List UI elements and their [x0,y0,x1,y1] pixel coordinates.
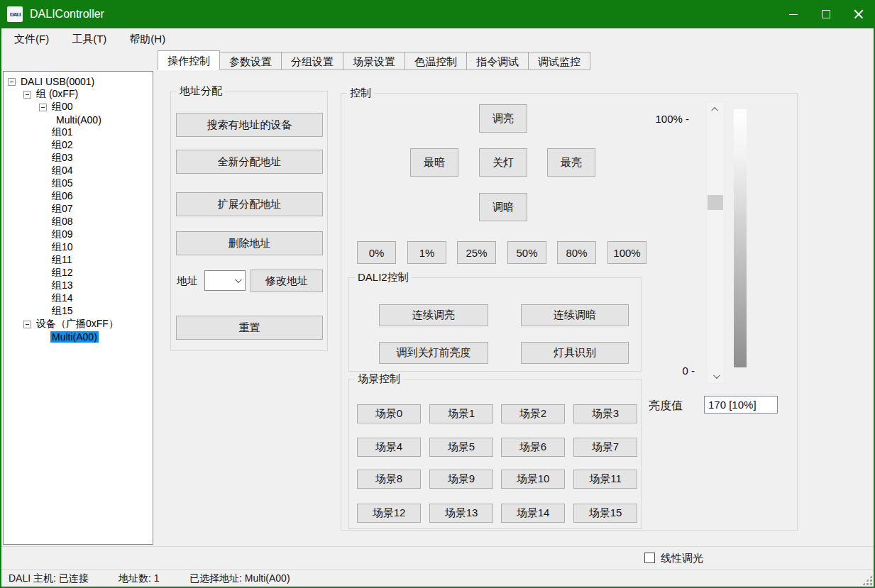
scene-2-button[interactable]: 场景2 [501,404,565,423]
scene-3-button[interactable]: 场景3 [573,404,637,423]
tree-row-multi-a00-selected[interactable]: Multi(A00) [4,331,153,343]
goto-last-level-button[interactable]: 调到关灯前亮度 [379,342,488,364]
close-button[interactable] [842,0,875,28]
scene-15-button[interactable]: 场景15 [573,504,637,523]
tab-debug-monitor[interactable]: 调试监控 [528,52,590,70]
tree-row-group03[interactable]: 组03 [4,152,153,165]
menu-help[interactable]: 帮助(H) [119,30,175,49]
tab-operation-control[interactable]: 操作控制 [158,50,220,70]
scene-14-button[interactable]: 场景14 [501,504,565,523]
collapse-icon[interactable] [23,321,31,328]
address-combobox[interactable] [204,270,246,291]
scene-7-button[interactable]: 场景7 [573,438,637,457]
tree-item-label[interactable]: 组13 [50,279,75,292]
scroll-up-button[interactable] [707,102,724,116]
percent-80-button[interactable]: 80% [557,241,596,264]
tree-row-group04[interactable]: 组04 [4,165,153,177]
scene-4-button[interactable]: 场景4 [357,438,421,457]
tree-item-label[interactable]: 设备（广播0xFF） [35,318,120,331]
tree-row-dali-usb[interactable]: DALI USB(0001) [4,75,153,88]
tree-item-label[interactable]: 组07 [50,203,75,216]
tree-item-label[interactable]: 组00 [50,101,75,113]
percent-1-button[interactable]: 1% [407,241,446,264]
scene-6-button[interactable]: 场景6 [501,438,565,457]
brightness-value-field[interactable]: 170 [10%] [704,396,778,414]
collapse-icon[interactable] [8,78,16,86]
min-brightness-button[interactable]: 最暗 [410,148,458,177]
tree-item-label[interactable]: 组08 [50,216,75,228]
linear-dimming-checkbox[interactable] [644,553,655,563]
tree-item-label-selected[interactable]: Multi(A00) [50,331,99,343]
tree-item-label[interactable]: 组02 [50,139,75,152]
collapse-icon[interactable] [39,104,47,111]
percent-50-button[interactable]: 50% [507,241,546,264]
menu-tools[interactable]: 工具(T) [62,30,116,49]
tree-row-group01[interactable]: 组01 [4,126,153,139]
scene-11-button[interactable]: 场景11 [573,470,637,489]
tree-row-group15[interactable]: 组15 [4,305,153,318]
tab-color-temp-control[interactable]: 色温控制 [405,52,467,70]
tree-item-label[interactable]: 组04 [50,165,75,177]
tree-row-group-root[interactable]: 组 (0xFF) [4,88,153,101]
brightness-scrollbar[interactable] [706,101,725,384]
tree-item-label[interactable]: 组 (0xFF) [35,88,79,101]
scene-12-button[interactable]: 场景12 [357,504,421,523]
tree-item-label[interactable]: 组12 [50,267,75,279]
tree-item-label[interactable]: 组14 [50,292,75,305]
tree-row-group14[interactable]: 组14 [4,292,153,305]
tree-item-label[interactable]: 组01 [50,126,75,139]
tree-item-label[interactable]: DALI USB(0001) [19,76,96,87]
dim-button[interactable]: 调暗 [479,193,527,221]
percent-100-button[interactable]: 100% [607,241,646,264]
maximize-button[interactable] [810,0,842,28]
scene-9-button[interactable]: 场景9 [429,470,493,489]
tab-group-settings[interactable]: 分组设置 [281,52,343,70]
tree-item-label[interactable]: Multi(A00) [55,114,103,126]
scene-8-button[interactable]: 场景8 [357,470,421,489]
scrollbar-thumb[interactable] [708,195,723,210]
luminaire-identify-button[interactable]: 灯具识别 [521,342,629,364]
search-addressed-devices-button[interactable]: 搜索有地址的设备 [176,113,323,137]
resize-grip[interactable] [862,575,872,585]
collapse-icon[interactable] [23,91,31,99]
percent-25-button[interactable]: 25% [457,241,496,264]
continuous-dim-button[interactable]: 连续调暗 [521,304,629,326]
tree-item-label[interactable]: 组06 [50,190,75,203]
scene-13-button[interactable]: 场景13 [429,504,493,523]
tree-row-group09[interactable]: 组09 [4,228,153,241]
tree-row-multi-a00[interactable]: Multi(A00) [4,113,153,126]
tree-item-label[interactable]: 组10 [50,241,75,254]
scroll-down-button[interactable] [707,369,724,383]
lamp-off-button[interactable]: 关灯 [479,148,527,177]
tree-row-group07[interactable]: 组07 [4,203,153,216]
tab-command-debug[interactable]: 指令调试 [466,52,529,70]
tree-row-group06[interactable]: 组06 [4,190,153,203]
delete-address-button[interactable]: 删除地址 [176,231,323,255]
tree-item-label[interactable]: 组11 [50,254,74,267]
scene-5-button[interactable]: 场景5 [429,438,493,457]
tree-row-group11[interactable]: 组11 [4,254,153,267]
continuous-brighten-button[interactable]: 连续调亮 [379,304,488,326]
extend-assign-addresses-button[interactable]: 扩展分配地址 [176,192,323,216]
scene-10-button[interactable]: 场景10 [501,470,565,489]
tree-item-label[interactable]: 组15 [50,305,75,318]
tree-item-label[interactable]: 组09 [50,228,75,241]
tree-row-device-broadcast[interactable]: 设备（广播0xFF） [4,318,153,331]
scene-1-button[interactable]: 场景1 [429,404,493,423]
reset-button[interactable]: 重置 [176,316,323,340]
minimize-button[interactable] [777,0,810,28]
tree-row-group02[interactable]: 组02 [4,139,153,152]
tree-item-label[interactable]: 组05 [50,177,75,190]
modify-address-button[interactable]: 修改地址 [251,270,323,292]
tree-item-label[interactable]: 组03 [50,152,75,165]
tree-row-group08[interactable]: 组08 [4,216,153,228]
tree-row-group13[interactable]: 组13 [4,279,153,292]
tree-row-group05[interactable]: 组05 [4,177,153,190]
brighten-button[interactable]: 调亮 [479,104,527,133]
max-brightness-button[interactable]: 最亮 [547,148,595,177]
menu-file[interactable]: 文件(F) [4,30,59,49]
tree-row-group10[interactable]: 组10 [4,241,153,254]
scene-0-button[interactable]: 场景0 [357,404,421,423]
tree-row-group00[interactable]: 组00 [4,101,153,113]
percent-0-button[interactable]: 0% [357,241,396,264]
